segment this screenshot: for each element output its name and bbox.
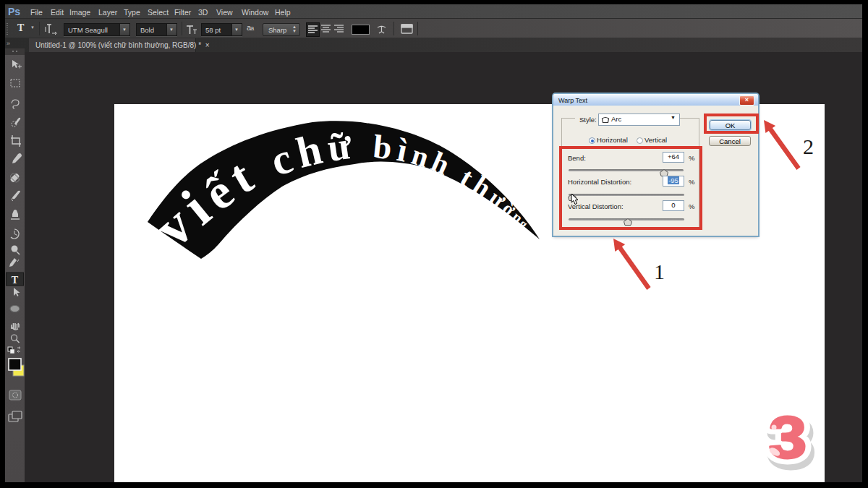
svg-text:2: 2 bbox=[803, 134, 814, 158]
svg-text:3: 3 bbox=[769, 404, 807, 471]
svg-text:1: 1 bbox=[654, 260, 665, 283]
